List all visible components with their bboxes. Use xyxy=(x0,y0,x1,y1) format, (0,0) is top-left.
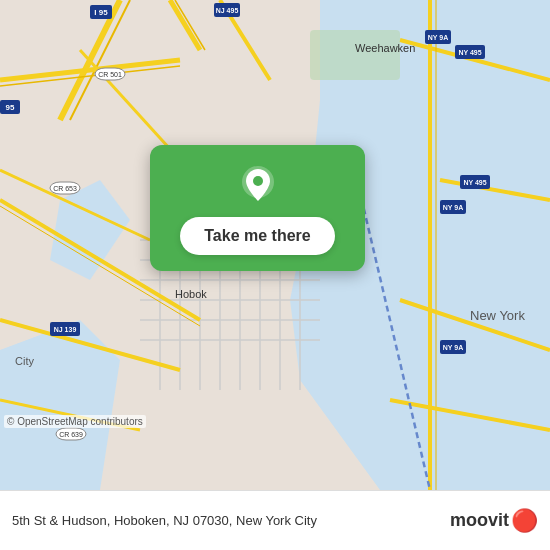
moovit-text: moovit xyxy=(450,510,509,531)
svg-text:NY 495: NY 495 xyxy=(458,49,481,56)
svg-text:Weehawken: Weehawken xyxy=(355,42,415,54)
svg-text:City: City xyxy=(15,355,34,367)
svg-text:New York: New York xyxy=(470,308,525,323)
svg-text:Hobok: Hobok xyxy=(175,288,207,300)
popup-card: Take me there xyxy=(150,145,365,271)
svg-text:CR 501: CR 501 xyxy=(98,71,122,78)
map-container: I 95 NJ 495 NY 9A NY 9A NY 9A NY 495 NY … xyxy=(0,0,550,490)
svg-text:95: 95 xyxy=(6,103,15,112)
svg-text:I 95: I 95 xyxy=(94,8,108,17)
svg-point-68 xyxy=(253,176,263,186)
svg-text:NY 9A: NY 9A xyxy=(443,204,464,211)
svg-text:CR 653: CR 653 xyxy=(53,185,77,192)
location-pin-icon xyxy=(236,163,280,207)
svg-text:NY 495: NY 495 xyxy=(463,179,486,186)
moovit-dot-icon: 🔴 xyxy=(511,508,538,534)
address-label: 5th St & Hudson, Hoboken, NJ 07030, New … xyxy=(12,513,450,528)
svg-rect-38 xyxy=(310,30,400,80)
svg-text:NY 9A: NY 9A xyxy=(428,34,449,41)
copyright-text: © OpenStreetMap contributors xyxy=(4,415,146,428)
take-me-there-button[interactable]: Take me there xyxy=(180,217,334,255)
svg-text:CR 639: CR 639 xyxy=(59,431,83,438)
bottom-bar: 5th St & Hudson, Hoboken, NJ 07030, New … xyxy=(0,490,550,550)
moovit-logo: moovit 🔴 xyxy=(450,508,538,534)
svg-text:NJ 495: NJ 495 xyxy=(216,7,239,14)
svg-text:NY 9A: NY 9A xyxy=(443,344,464,351)
svg-text:NJ 139: NJ 139 xyxy=(54,326,77,333)
